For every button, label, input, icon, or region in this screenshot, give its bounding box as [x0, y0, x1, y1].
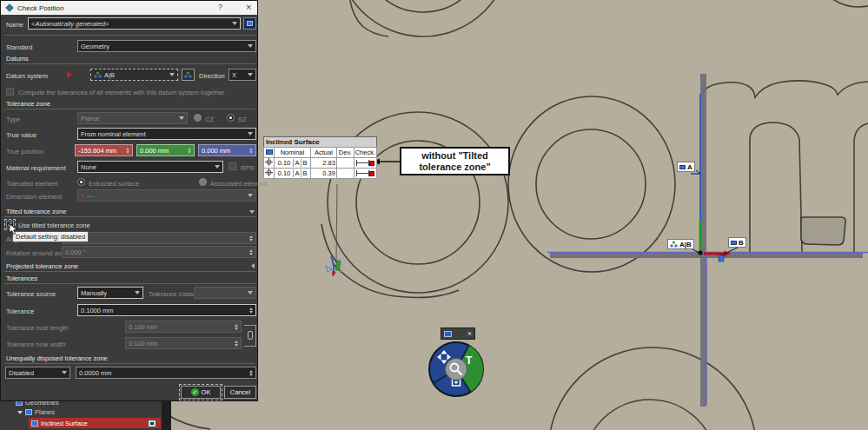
element-selection-toggle[interactable] [243, 17, 256, 30]
tolerance-source-combo[interactable]: Manually [77, 287, 143, 299]
direction-combo[interactable]: X [229, 69, 256, 81]
standard-combo[interactable]: Geometry [77, 40, 256, 52]
dimension-element-value: ---- [86, 192, 95, 200]
b-direction-marker [719, 255, 724, 261]
tree-item-planes[interactable]: Planes [17, 408, 55, 416]
dropdown-arrow-icon [248, 73, 253, 76]
name-combo[interactable]: <Automatically generated> [28, 17, 241, 30]
annotation-line2: tolerance zone" [419, 162, 490, 173]
cancel-button[interactable]: Cancel [224, 386, 256, 399]
floating-toolbar: × [441, 327, 475, 340]
true-value-label: True value [6, 131, 36, 139]
tolerance-field[interactable]: 0.1000 mm [77, 304, 256, 316]
datum-label-ab[interactable]: A|B [667, 239, 694, 249]
material-requirement-label: Material requirement [6, 164, 66, 172]
spinner-arrows-icon[interactable] [249, 308, 253, 314]
material-requirement-value: None [81, 163, 96, 171]
rpr-label: RPR [241, 164, 255, 172]
material-requirement-combo[interactable]: None [77, 161, 223, 173]
spinner-arrows-icon[interactable] [126, 148, 129, 154]
extracted-surface-radio[interactable] [77, 178, 85, 186]
tolerance-source-label: Tolerance source [6, 290, 56, 298]
associated-element-radio[interactable] [199, 178, 207, 186]
tolerances-header: Tolerances [6, 275, 37, 282]
cz-label: CZ [205, 116, 214, 123]
ok-button[interactable]: ✓ OK [181, 386, 221, 399]
result-table[interactable]: Inclined Surface Nominal Actual Dev. Che… [263, 136, 377, 179]
visibility-icon[interactable] [148, 420, 156, 427]
close-icon[interactable]: × [467, 330, 472, 338]
plane-icon [31, 420, 38, 427]
close-button[interactable]: × [246, 2, 251, 12]
rpr-checkbox[interactable] [229, 162, 236, 170]
panel-scrollbar[interactable] [162, 398, 171, 430]
dialog-titlebar[interactable]: Check Position ? × [1, 1, 257, 15]
datum-system-value: A|B [104, 71, 115, 79]
tolerance-label: Tolerance [6, 308, 35, 315]
datum-system-combo[interactable]: A|B [90, 69, 178, 81]
link-icon[interactable] [248, 331, 253, 340]
datum-label-b[interactable]: B [728, 237, 746, 248]
cz-radio[interactable] [194, 114, 202, 122]
tooltip: Default setting: disabled [12, 231, 89, 242]
true-position-y-value: 0.000 mm [140, 147, 169, 155]
element-explorer: Geometries Planes Inclined Surface [0, 398, 171, 430]
result-table-title: Inclined Surface [263, 136, 377, 147]
datum-label-a[interactable]: A [677, 162, 695, 172]
help-button[interactable]: ? [218, 3, 222, 11]
folder-icon [25, 409, 32, 415]
spinner-arrows-icon[interactable] [249, 148, 253, 154]
direction-value: X [232, 71, 236, 79]
spinner-arrows-icon[interactable] [188, 148, 191, 154]
dropdown-arrow-icon [232, 22, 237, 25]
wheel-center[interactable] [446, 359, 467, 380]
rotation-label: Rotation around axis [6, 249, 66, 257]
hole-length-value: 0.100 mm [129, 323, 157, 331]
hole-length-label: Tolerance hole length [6, 324, 68, 332]
true-position-z-field[interactable]: 0.000 mm [198, 144, 256, 156]
check-position-dialog: Check Position ? × Name <Automatically g… [0, 0, 258, 401]
navigation-wheel[interactable]: T [427, 341, 485, 398]
required-marker-icon [67, 71, 72, 78]
text-tool-icon[interactable]: T [466, 354, 473, 367]
dialog-title: Check Position [17, 4, 63, 12]
compute-together-checkbox[interactable] [6, 88, 14, 96]
sz-radio[interactable] [227, 114, 235, 122]
spinner-arrows-icon[interactable] [249, 370, 253, 376]
table-row: 0.10AB 2.83 [264, 158, 377, 169]
true-value-value: From nominal element [81, 130, 146, 138]
datum-system-edit-button[interactable] [182, 69, 195, 81]
check-bar-fail [355, 160, 375, 167]
true-position-x-field[interactable]: -153.604 mm [75, 144, 133, 156]
unequal-mode-value: Disabled [9, 369, 34, 377]
expand-caret-icon[interactable] [17, 411, 23, 414]
dimension-element-combo: ! ---- [77, 189, 256, 202]
dropdown-arrow-icon [248, 44, 253, 48]
extracted-surface-label: Extracted surface [89, 180, 139, 188]
element-tool-icon[interactable] [444, 331, 452, 337]
dropdown-arrow-icon [62, 371, 67, 374]
tree-item-inclined-surface[interactable]: Inclined Surface [29, 418, 161, 428]
ok-check-icon: ✓ [191, 388, 199, 396]
type-label: Type [6, 116, 20, 123]
true-position-y-field[interactable]: 0.000 mm [136, 144, 195, 156]
unequal-mode-combo[interactable]: Disabled [5, 367, 70, 379]
datum-system-label: Datum system [6, 72, 48, 80]
tolerance-value: 0.1000 mm [81, 307, 114, 314]
true-value-combo[interactable]: From nominal element [77, 128, 256, 140]
nominal-datum1: A [293, 159, 301, 167]
datum-ab-text: A|B [679, 241, 692, 248]
unequal-offset-field[interactable]: 0.0000 mm [76, 367, 256, 379]
tolerated-element-label: Tolerated element [6, 180, 58, 188]
nominal-tolerance: 0.10 [275, 169, 293, 177]
datum-a-text: A [687, 163, 692, 171]
annotation-box: without "Tilted tolerance zone" [400, 147, 510, 175]
compute-together-label: Compute the tolerances of all elements w… [18, 89, 225, 96]
use-tilted-label: Use tilted tolerance zone [18, 222, 90, 229]
dialog-icon [5, 3, 14, 12]
collapse-arrow-icon[interactable] [249, 210, 255, 214]
expand-arrow-icon[interactable] [251, 263, 255, 268]
cancel-button-label: Cancel [230, 388, 250, 396]
standard-value: Geometry [81, 43, 109, 50]
type-value: Planar [81, 115, 100, 122]
